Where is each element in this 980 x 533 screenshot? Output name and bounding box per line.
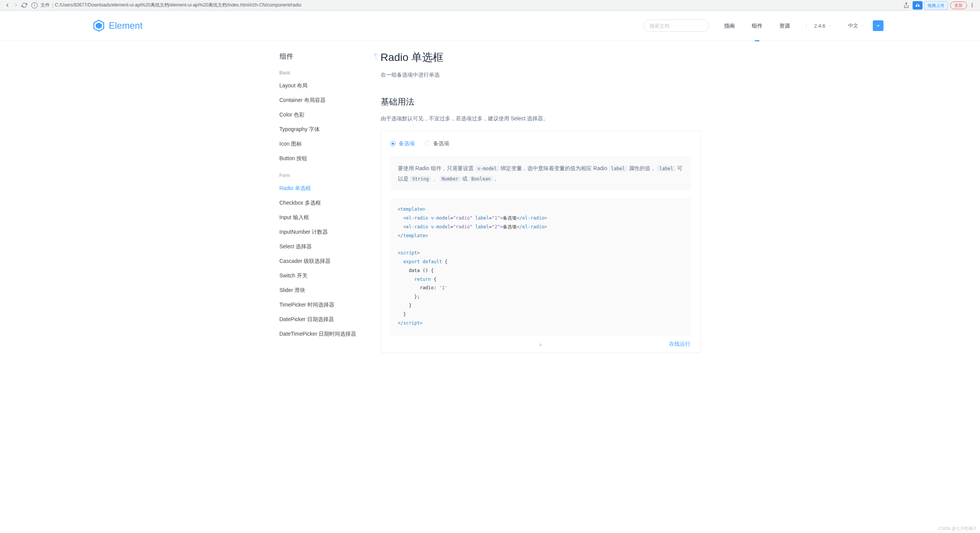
nav-component[interactable]: 组件 [743,11,771,41]
sidebar-item-layout[interactable]: Layout 布局 [280,79,368,93]
sidebar-item-slider[interactable]: Slider 滑块 [280,283,368,298]
sidebar-item-icon[interactable]: Icon 图标 [280,137,368,151]
extension-icon[interactable] [913,1,923,10]
browser-toolbar: i 文件 | C:/Users/83677/Downloads/element-… [0,0,980,11]
logo[interactable]: Element [93,20,142,32]
page-title: ¶Radio 单选框 [381,50,701,65]
code-tag: String [410,176,431,182]
radio-label: 备选项 [433,140,449,147]
radio-dot-icon [425,141,430,146]
sidebar-item-radio[interactable]: Radio 单选框 [280,181,368,196]
radio-option-1[interactable]: 备选项 [390,140,415,147]
code-block: <template> <el-radio v-model="radio" lab… [390,198,691,336]
drag-upload-button[interactable]: 拖拽上传 [924,1,948,10]
page-desc: 在一组备选项中进行单选 [381,72,701,79]
sidebar-item-inputnumber[interactable]: InputNumber 计数器 [280,225,368,239]
nav-resource[interactable]: 资源 [771,11,798,41]
chrome-menu-icon[interactable] [969,3,975,7]
section-title: 基础用法 [381,96,701,108]
sidebar-item-button[interactable]: Button 按钮 [280,151,368,166]
demo-preview: 备选项 备选项 [381,131,700,156]
update-button[interactable]: 更新 [950,2,967,9]
demo-description: 要使用 Radio 组件，只需要设置 v-model 绑定变量，选中意味着变量的… [390,156,691,190]
svg-point-0 [916,5,918,7]
sidebar-item-datepicker[interactable]: DatePicker 日期选择器 [280,312,368,327]
url-scheme: 文件 [41,2,50,8]
radio-dot-icon [390,141,396,146]
section-desc: 由于选项默认可见，不宜过多，若选项过多，建议使用 Select 选择器。 [381,115,701,122]
reload-button[interactable] [20,1,28,10]
sidebar-group-basic: Basic [280,70,368,75]
sidebar-item-color[interactable]: Color 色彩 [280,108,368,122]
back-button[interactable] [3,1,11,10]
info-icon: i [31,2,38,8]
code-tag: Boolean [469,176,493,182]
version-selector[interactable]: 2.4.6 [814,23,831,29]
theme-button[interactable] [873,20,883,31]
sidebar-group-form: Form [280,173,368,178]
pilcrow-icon: ¶ [374,52,378,61]
code-tag: label [609,166,627,172]
chevron-down-icon [861,24,864,28]
code-tag: v-model [475,166,499,172]
sidebar-item-container[interactable]: Container 布局容器 [280,93,368,108]
run-online-link[interactable]: 在线运行 [669,341,690,348]
url-bar[interactable]: i 文件 | C:/Users/83677/Downloads/element-… [31,2,902,8]
svg-point-1 [918,5,920,7]
caret-up-icon[interactable]: ▲ [538,341,543,347]
code-tag: Number [440,176,461,182]
sidebar-item-switch[interactable]: Switch 开关 [280,269,368,283]
sidebar-item-select[interactable]: Select 选择器 [280,239,368,254]
site-header: Element 指南 组件 资源 2.4.6 中文 [0,11,980,41]
primary-nav: 指南 组件 资源 2.4.6 中文 [716,11,968,41]
sidebar: 组件 Basic Layout 布局 Container 布局容器 Color … [280,41,368,368]
forward-button[interactable] [11,1,20,10]
demo-footer: ▲ 在线运行 [381,336,700,353]
search-input[interactable] [644,20,709,32]
logo-icon [93,20,105,32]
sidebar-item-input[interactable]: Input 输入框 [280,210,368,225]
radio-label: 备选项 [399,140,415,147]
logo-text: Element [109,20,142,31]
sidebar-item-datetimepicker[interactable]: DateTimePicker 日期时间选择器 [280,327,368,341]
share-icon[interactable] [902,1,910,10]
language-selector[interactable]: 中文 [848,22,864,29]
radio-option-2[interactable]: 备选项 [425,140,449,147]
sidebar-item-cascader[interactable]: Cascader 级联选择器 [280,254,368,269]
chevron-down-icon [876,23,880,28]
url-text: C:/Users/83677/Downloads/element-ui-api%… [55,2,301,8]
sidebar-item-timepicker[interactable]: TimePicker 时间选择器 [280,298,368,312]
sidebar-item-typography[interactable]: Typography 字体 [280,122,368,137]
sidebar-title: 组件 [280,52,368,61]
main-content: ¶Radio 单选框 在一组备选项中进行单选 基础用法 由于选项默认可见，不宜过… [368,41,701,368]
sidebar-item-checkbox[interactable]: Checkbox 多选框 [280,196,368,210]
nav-guide[interactable]: 指南 [716,11,743,41]
code-tag: label [657,166,675,172]
demo-block: 备选项 备选项 要使用 Radio 组件，只需要设置 v-model 绑定变量，… [381,131,701,353]
chevron-down-icon [828,24,831,28]
